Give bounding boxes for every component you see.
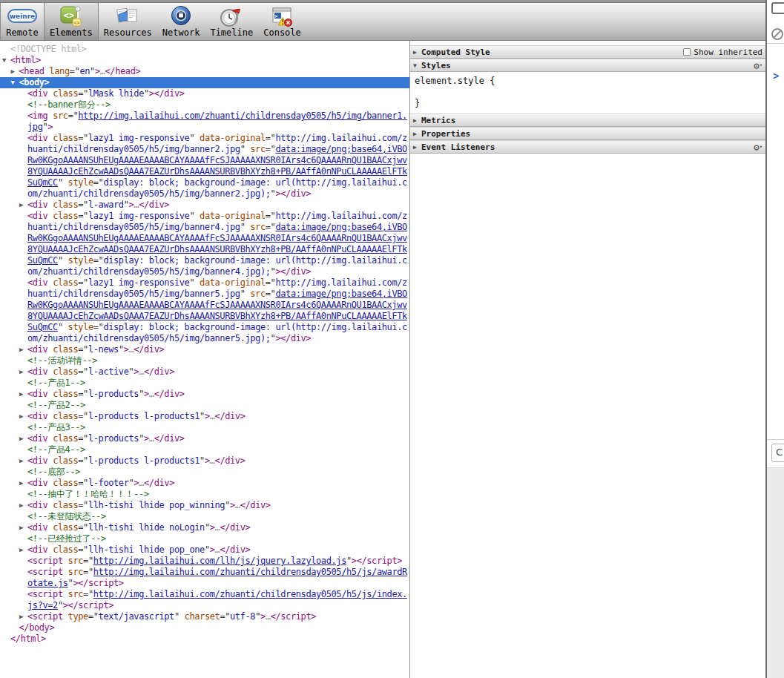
disclosure-closed-icon[interactable]: ▶ <box>19 455 27 467</box>
tree-row[interactable]: <script src="http://img.lailaihui.com/zh… <box>0 567 409 589</box>
tree-row[interactable]: <div class="lazy1 img-responsive" data-o… <box>0 133 409 200</box>
section-computed-style[interactable]: ▶ Computed Style Show inherited <box>410 45 765 59</box>
attribute-link[interactable]: http://img.lailaihui.com/zhuanti/childre… <box>27 111 407 132</box>
tag-token: <script <box>27 556 63 566</box>
tree-row[interactable]: </html> <box>0 633 409 645</box>
disclosure-closed-icon[interactable]: ▶ <box>19 411 27 422</box>
show-inherited-toggle[interactable]: Show inherited <box>683 47 762 57</box>
tree-row[interactable]: <!--banner部分--> <box>0 99 409 111</box>
tag-token: <div <box>27 389 47 399</box>
disclosure-closed-icon[interactable]: ▶ <box>19 544 27 556</box>
tree-row[interactable]: ▶<script type="text/javascript" charset=… <box>0 611 409 622</box>
collapsed-ellipsis[interactable]: … <box>210 455 215 466</box>
collapsed-ellipsis[interactable]: … <box>235 500 240 510</box>
chevron-down-icon[interactable]: ▼ <box>413 62 421 69</box>
attribute-name-token: data-original <box>194 211 266 221</box>
section-properties[interactable]: ▶ Properties <box>410 127 765 140</box>
section-metrics[interactable]: ▶ Metrics <box>410 113 765 127</box>
tree-row[interactable]: ▼<html> <box>0 55 409 66</box>
tree-row[interactable]: ▶<div class="llh-tishi lhide pop_one">…<… <box>0 544 409 556</box>
section-event-listeners[interactable]: ▶ Event Listeners ⚙▾ <box>410 140 765 154</box>
toolbar-item-timeline[interactable]: Timeline <box>205 3 258 40</box>
inspect-element-icon[interactable] <box>771 1 784 18</box>
attribute-name-token: class <box>47 500 78 510</box>
tree-row[interactable]: <div class="lMask lhide"></div> <box>0 88 409 99</box>
toolbar-item-remote[interactable]: weinreRemote <box>1 3 44 40</box>
disclosure-closed-icon[interactable]: ▶ <box>19 522 27 533</box>
tree-row[interactable]: <script src="http://img.lailaihui.com/zh… <box>0 589 409 611</box>
disclosure-closed-icon[interactable]: ▶ <box>19 500 27 511</box>
attribute-name-token: class <box>47 544 78 555</box>
disclosure-closed-icon[interactable]: ▶ <box>19 389 27 400</box>
tree-row[interactable]: <!--产品3--> <box>0 422 409 433</box>
tree-row[interactable]: ▼<body> <box>0 77 409 88</box>
collapsed-ellipsis[interactable]: … <box>266 611 271 622</box>
tree-row[interactable]: ▶<div class="l-award">…</div> <box>0 200 409 211</box>
tree-row[interactable]: <!--活动详情--> <box>0 355 409 366</box>
tree-row[interactable]: ▶<div class="l-products l-products1">…</… <box>0 411 409 422</box>
tree-row[interactable]: <div class="lazy1 img-responsive" data-o… <box>0 277 409 344</box>
disclosure-closed-icon[interactable]: ▶ <box>11 66 19 77</box>
toolbar-item-label: Elements <box>50 28 93 38</box>
tree-row[interactable]: ▶<div class="llh-tishi lhide pop_winning… <box>0 500 409 511</box>
clear-console-icon[interactable] <box>771 27 784 44</box>
attribute-name-token: src <box>47 111 67 121</box>
show-inherited-checkbox[interactable] <box>683 48 691 56</box>
tree-row[interactable]: <!--未登陆状态--> <box>0 511 409 522</box>
tree-row[interactable]: <!--已经抢过了--> <box>0 533 409 544</box>
collapsed-ellipsis[interactable]: … <box>149 389 154 399</box>
elements-icon: <><> <box>59 4 83 28</box>
rule-open[interactable]: element.style { <box>415 76 765 87</box>
collapsed-ellipsis[interactable]: … <box>149 433 154 444</box>
collapsed-ellipsis[interactable]: … <box>210 411 215 421</box>
disclosure-open-icon[interactable]: ▼ <box>11 77 19 88</box>
collapsed-ellipsis[interactable]: … <box>139 366 144 377</box>
disclosure-open-icon[interactable]: ▼ <box>2 55 10 66</box>
tree-row[interactable]: <!--产品2--> <box>0 400 409 411</box>
text-token: " <box>346 556 352 566</box>
tree-row[interactable]: ▶<div class="l-news">…</div> <box>0 344 409 355</box>
tree-row[interactable]: ▶<div class="l-active">…</div> <box>0 366 409 378</box>
collapsed-ellipsis[interactable]: … <box>100 66 105 76</box>
tree-row[interactable]: ▶<head lang="en">…</head> <box>0 66 409 77</box>
toolbar-item-network[interactable]: Network <box>157 3 205 40</box>
tree-row[interactable]: <!--底部--> <box>0 467 409 478</box>
attribute-name-token: class <box>47 133 78 143</box>
tree-row[interactable]: </body> <box>0 622 409 633</box>
tree-row[interactable]: ▶<div class="l-products">…</div> <box>0 389 409 400</box>
collapsed-ellipsis[interactable]: … <box>139 478 144 488</box>
html-comment: <!--产品1--> <box>27 378 85 388</box>
disclosure-closed-icon[interactable]: ▶ <box>19 200 27 211</box>
disclosure-closed-icon[interactable]: ▶ <box>19 344 27 355</box>
tree-row[interactable]: ▶<div class="l-products l-products1">…</… <box>0 455 409 467</box>
element-style-rule[interactable]: element.style { } <box>410 72 765 113</box>
disclosure-closed-icon[interactable]: ▶ <box>19 433 27 444</box>
gear-icon[interactable]: ⚙▾ <box>754 142 762 152</box>
tree-row[interactable]: <div class="lazy1 img-responsive" data-o… <box>0 211 409 277</box>
chevron-right-icon[interactable]: ▶ <box>413 49 421 56</box>
chevron-right-icon[interactable]: ▶ <box>413 144 421 151</box>
tree-row[interactable]: ▶<div class="l-footer">…</div> <box>0 478 409 489</box>
tree-row[interactable]: <!DOCTYPE html> <box>0 44 409 55</box>
tree-row[interactable]: <!--抽中了！！哈哈！！！--> <box>0 489 409 500</box>
chevron-right-icon[interactable]: ▶ <box>413 131 421 137</box>
disclosure-closed-icon[interactable]: ▶ <box>19 611 27 622</box>
toolbar-item-resources[interactable]: Resources <box>99 3 157 40</box>
section-styles[interactable]: ▼ Styles ⚙▾ <box>410 59 765 72</box>
tree-row[interactable]: ▶<div class="l-products">…</div> <box>0 433 409 444</box>
tree-row[interactable]: <!--产品4--> <box>0 444 409 455</box>
toolbar-item-elements[interactable]: <><>Elements <box>44 3 99 40</box>
filter-input[interactable]: C <box>771 444 784 462</box>
tree-row[interactable]: ▶<div class="llh-tishi lhide noLogin">…<… <box>0 522 409 533</box>
disclosure-closed-icon[interactable]: ▶ <box>19 478 27 489</box>
tree-row[interactable]: <img src="http://img.lailaihui.com/zhuan… <box>0 111 409 133</box>
chevron-right-icon[interactable]: ▶ <box>413 117 421 124</box>
tree-row[interactable]: <script src="http://img.lailaihui.com/ll… <box>0 556 409 567</box>
tag-token: <div <box>27 455 47 466</box>
gear-icon[interactable]: ⚙▾ <box>754 61 762 70</box>
text-token: =" <box>78 500 88 510</box>
disclosure-closed-icon[interactable]: ▶ <box>19 366 27 378</box>
attribute-link[interactable]: http://img.lailaihui.com/llh/js/jquery.l… <box>93 556 346 566</box>
tree-row[interactable]: <!--产品1--> <box>0 378 409 389</box>
toolbar-item-console[interactable]: >_!Console <box>258 3 306 40</box>
